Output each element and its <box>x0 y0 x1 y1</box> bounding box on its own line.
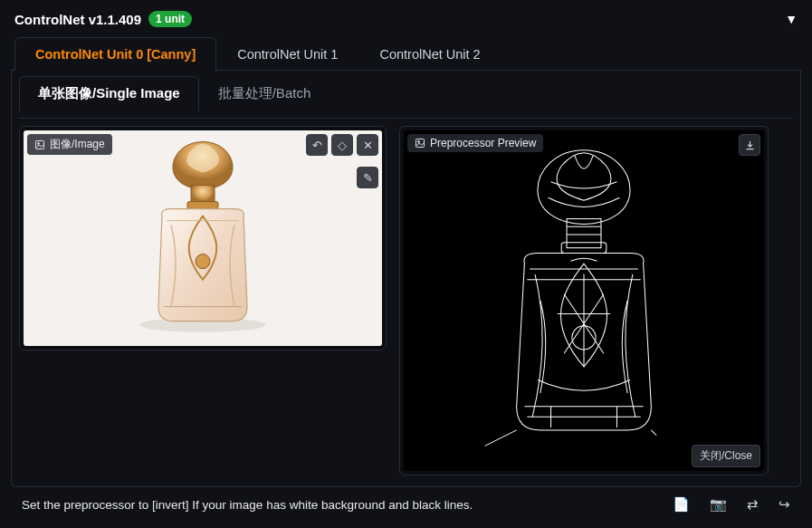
erase-button[interactable]: ◇ <box>331 134 353 156</box>
source-image-panel[interactable]: 图像/Image ↶ ◇ ✕ ✎ <box>19 126 387 350</box>
preview-image <box>404 130 764 471</box>
tab-unit-2[interactable]: ControlNet Unit 2 <box>358 37 501 71</box>
edit-button[interactable]: ✎ <box>357 167 378 188</box>
svg-rect-4 <box>187 202 218 209</box>
source-image <box>24 130 382 346</box>
svg-point-1 <box>38 142 40 144</box>
svg-point-7 <box>418 141 420 143</box>
footer: Set the preprocessor to [invert] If your… <box>11 487 801 516</box>
tab-unit-1[interactable]: ControlNet Unit 1 <box>216 37 358 71</box>
download-preview-button[interactable] <box>739 134 760 156</box>
unit-tabs: ControlNet Unit 0 [Canny] ControlNet Uni… <box>11 36 801 71</box>
new-canvas-icon[interactable]: 📄 <box>673 496 690 513</box>
preview-panel: Preprocessor Preview 关闭/Close <box>399 126 769 475</box>
preview-label: Preprocessor Preview <box>407 134 543 152</box>
send-icon[interactable]: ↪ <box>779 496 790 513</box>
footer-hint: Set the preprocessor to [invert] If your… <box>22 498 473 512</box>
collapse-caret-icon[interactable]: ▼ <box>785 12 798 26</box>
remove-image-button[interactable]: ✕ <box>357 134 378 156</box>
camera-icon[interactable]: 📷 <box>710 496 727 513</box>
undo-button[interactable]: ↶ <box>306 134 328 156</box>
tab-unit-0[interactable]: ControlNet Unit 0 [Canny] <box>14 37 216 71</box>
unit-count-badge: 1 unit <box>148 11 192 27</box>
close-preview-button[interactable]: 关闭/Close <box>692 445 760 467</box>
swap-icon[interactable]: ⇄ <box>747 496 759 513</box>
mode-tabs: 单张图像/Single Image 批量处理/Batch <box>19 76 793 111</box>
panel-title: ControlNet v1.1.409 <box>14 12 141 27</box>
svg-point-5 <box>196 254 210 269</box>
tab-batch[interactable]: 批量处理/Batch <box>199 76 330 111</box>
tab-single-image[interactable]: 单张图像/Single Image <box>19 76 199 111</box>
panel-header: ControlNet v1.1.409 1 unit ▼ <box>11 7 801 36</box>
source-image-label: 图像/Image <box>27 134 112 155</box>
